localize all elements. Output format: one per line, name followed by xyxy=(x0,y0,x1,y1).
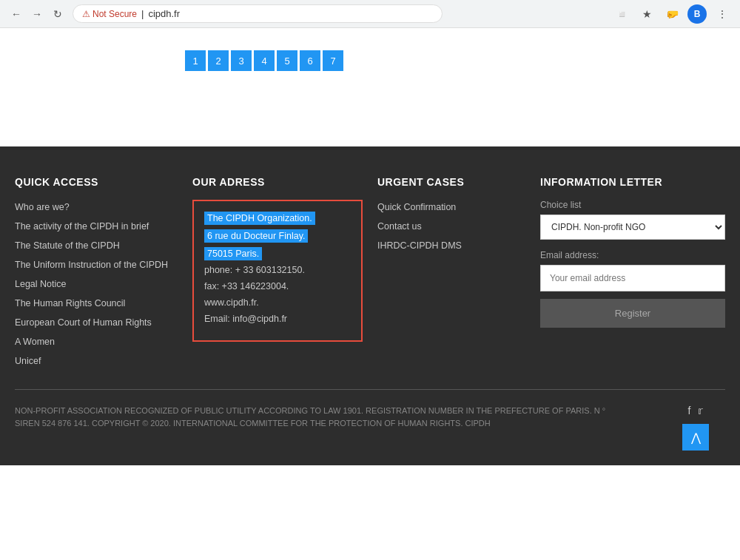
urgent-link-contact-us[interactable]: Contact us xyxy=(377,221,422,232)
register-button[interactable]: Register xyxy=(540,299,725,328)
list-item: The Uniform Instruction of the CIPDH xyxy=(15,257,178,271)
list-item: The activity of the CIPDH in brief xyxy=(15,219,178,232)
profile-avatar: B xyxy=(687,4,707,24)
address-org: The CIPDH Organization. xyxy=(204,212,315,225)
reload-button[interactable]: ↻ xyxy=(49,5,67,23)
list-item: Who are we? xyxy=(15,200,178,213)
security-indicator: ⚠ Not Secure xyxy=(82,9,137,19)
url-text: cipdh.fr xyxy=(148,8,180,19)
list-item: European Court of Human Rights xyxy=(15,315,178,328)
quick-link[interactable]: The Uniform Instruction of the CIPDH xyxy=(15,260,168,270)
quick-access-title: QUICK ACCESS xyxy=(15,176,178,188)
page-button-6[interactable]: 6 xyxy=(300,50,320,71)
urgent-cases-column: URGENT CASES Quick Confirmation Contact … xyxy=(377,176,525,367)
quick-link[interactable]: Who are we? xyxy=(15,202,70,212)
quick-access-list: Who are we? The activity of the CIPDH in… xyxy=(15,200,178,367)
forward-button[interactable]: → xyxy=(28,5,46,23)
quick-link-unicef[interactable]: Unicef xyxy=(15,356,41,366)
page-button-4[interactable]: 4 xyxy=(254,50,275,71)
urgent-cases-list: Quick Confirmation Contact us IHRDC-CIPD… xyxy=(377,200,525,252)
footer-legal-text: NON-PROFIT ASSOCIATION RECOGNIZED OF PUB… xyxy=(15,405,622,429)
extensions-button[interactable]: 🤛 xyxy=(662,4,682,24)
back-button[interactable]: ← xyxy=(7,5,25,23)
quick-access-column: QUICK ACCESS Who are we? The activity of… xyxy=(15,176,178,367)
list-item: Quick Confirmation xyxy=(377,200,525,213)
urgent-cases-title: URGENT CASES xyxy=(377,176,525,188)
urgent-link-ihrdc[interactable]: IHRDC-CIPDH DMS xyxy=(377,240,462,251)
email-address-input[interactable] xyxy=(540,265,725,291)
address-column: OUR ADRESS The CIPDH Organization. 6 rue… xyxy=(192,176,363,367)
list-item: The Human Rights Council xyxy=(15,296,178,309)
page-button-7[interactable]: 7 xyxy=(323,50,343,71)
page-button-1[interactable]: 1 xyxy=(185,50,206,71)
page-button-5[interactable]: 5 xyxy=(277,50,297,71)
bookmark-button[interactable]: ★ xyxy=(636,4,657,24)
address-bar[interactable]: ⚠ Not Secure | cipdh.fr xyxy=(73,4,443,23)
not-secure-label: Not Secure xyxy=(92,9,137,19)
page-button-2[interactable]: 2 xyxy=(208,50,229,71)
pagination-section: 1234567 xyxy=(0,28,740,146)
quick-link[interactable]: Legal Notice xyxy=(15,279,67,289)
quick-link-human-rights-council[interactable]: The Human Rights Council xyxy=(15,298,125,308)
browser-chrome: ← → ↻ ⚠ Not Secure | cipdh.fr ◽ ★ 🤛 B ⋮ xyxy=(0,0,740,28)
browser-nav: ← → ↻ xyxy=(7,5,67,23)
list-item: Contact us xyxy=(377,219,525,232)
cast-button[interactable]: ◽ xyxy=(611,4,632,24)
address-email: Email: info@cipdh.fr xyxy=(204,314,351,324)
quick-link-european-court[interactable]: European Court of Human Rights xyxy=(15,317,152,328)
footer: QUICK ACCESS Who are we? The activity of… xyxy=(0,146,740,465)
lock-icon: ⚠ xyxy=(82,9,90,19)
menu-button[interactable]: ⋮ xyxy=(712,4,733,24)
quick-link-women[interactable]: A Women xyxy=(15,337,55,347)
address-city: 75015 Paris. xyxy=(204,247,262,260)
page-button-3[interactable]: 3 xyxy=(231,50,252,71)
social-icons: f 𝕣 xyxy=(688,405,704,416)
quick-link[interactable]: The Statute of the CIPDH xyxy=(15,240,120,251)
url-separator: | xyxy=(141,8,144,19)
quick-link[interactable]: The activity of the CIPDH in brief xyxy=(15,221,149,232)
scroll-top-button[interactable]: ⋀ xyxy=(682,424,709,451)
address-street: 6 rue du Docteur Finlay. xyxy=(204,229,308,243)
info-letter-title: INFORMATION LETTER xyxy=(540,176,725,188)
footer-grid: QUICK ACCESS Who are we? The activity of… xyxy=(15,176,725,389)
address-website: www.cipdh.fr. xyxy=(204,297,351,308)
urgent-link-quick-confirmation[interactable]: Quick Confirmation xyxy=(377,202,456,212)
facebook-icon[interactable]: f xyxy=(688,405,691,416)
list-item: A Women xyxy=(15,334,178,348)
twitter-icon[interactable]: 𝕣 xyxy=(698,405,703,416)
info-letter-column: INFORMATION LETTER Choice list CIPDH. No… xyxy=(540,176,725,367)
choice-list-select[interactable]: CIPDH. Non-profit NGO xyxy=(540,215,725,240)
address-phone: phone: + 33 603132150. xyxy=(204,265,351,275)
list-item: IHRDC-CIPDH DMS xyxy=(377,238,525,252)
browser-toolbar: ◽ ★ 🤛 B ⋮ xyxy=(611,4,733,24)
list-item: Unicef xyxy=(15,354,178,367)
address-title: OUR ADRESS xyxy=(192,176,363,188)
email-address-label: Email address: xyxy=(540,250,725,260)
footer-bottom: NON-PROFIT ASSOCIATION RECOGNIZED OF PUB… xyxy=(15,389,725,451)
list-item: Legal Notice xyxy=(15,277,178,290)
address-box: The CIPDH Organization. 6 rue du Docteur… xyxy=(192,200,363,342)
pagination: 1234567 xyxy=(185,50,343,71)
list-item: The Statute of the CIPDH xyxy=(15,238,178,252)
choice-list-label: Choice list xyxy=(540,200,725,210)
address-fax: fax: +33 146223004. xyxy=(204,281,351,291)
profile-button[interactable]: B xyxy=(687,4,707,24)
